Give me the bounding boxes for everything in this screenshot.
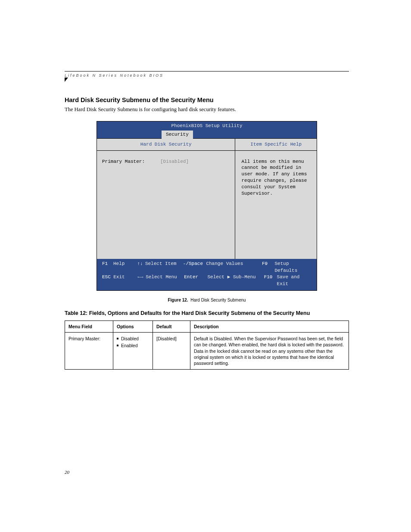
bios-setting-value: [Disabled] bbox=[160, 159, 189, 165]
figure-label: Figure 12. bbox=[168, 298, 188, 302]
footer-action-change-values: Change Values bbox=[206, 261, 262, 274]
options-table: Menu Field Options Default Description P… bbox=[65, 320, 349, 370]
cell-description: Default is Disabled. When the Supervisor… bbox=[190, 333, 349, 370]
footer-label-exit: Exit bbox=[113, 274, 137, 288]
header-triangle-mark bbox=[65, 78, 68, 82]
bios-help-text: All items on this menu cannot be modifie… bbox=[235, 151, 317, 259]
footer-key-enter: Enter bbox=[184, 274, 207, 288]
footer-action-select-submenu: Select ▶ Sub-Menu bbox=[207, 274, 264, 288]
page-number: 20 bbox=[65, 470, 69, 475]
footer-action-save-exit: Save and Exit bbox=[277, 274, 311, 288]
th-options: Options bbox=[113, 321, 153, 333]
footer-action-select-menu: Select Menu bbox=[146, 274, 184, 288]
footer-action-setup-defaults: Setup Defaults bbox=[275, 261, 311, 274]
footer-arrows-leftright: ←→ bbox=[137, 274, 146, 288]
footer-label-help: Help bbox=[113, 261, 137, 274]
footer-action-select-item: Select Item bbox=[145, 261, 183, 274]
footer-key-esc: ESC bbox=[102, 274, 113, 288]
bios-tab-bar: Security bbox=[97, 131, 317, 138]
bios-setting-label: Primary Master: bbox=[102, 159, 160, 165]
option-disabled: Disabled bbox=[117, 336, 149, 342]
bios-right-header: Item Specific Help bbox=[235, 139, 317, 151]
footer-key-f1: F1 bbox=[102, 261, 113, 274]
section-title: Hard Disk Security Submenu of the Securi… bbox=[65, 96, 349, 103]
cell-options: Disabled Enabled bbox=[113, 333, 153, 370]
table-row: Primary Master: Disabled Enabled [Disabl… bbox=[65, 333, 349, 370]
th-default: Default bbox=[153, 321, 190, 333]
figure-caption: Figure 12. Hard Disk Security Submenu bbox=[65, 298, 349, 302]
bios-setting-row: Primary Master: [Disabled] bbox=[102, 159, 230, 165]
th-description: Description bbox=[190, 321, 349, 333]
intro-paragraph: The Hard Disk Security Submenu is for co… bbox=[65, 106, 349, 113]
footer-key-f9: F9 bbox=[262, 261, 275, 274]
footer-key-space: -/Space bbox=[183, 261, 206, 274]
th-menu-field: Menu Field bbox=[65, 321, 113, 333]
bios-footer: F1 Help ↑↓ Select Item -/Space Change Va… bbox=[97, 259, 317, 291]
footer-arrows-updown: ↑↓ bbox=[137, 261, 145, 274]
table-title: Table 12: Fields, Options and Defaults f… bbox=[65, 310, 349, 316]
bios-tab-security: Security bbox=[162, 131, 193, 139]
running-head: LifeBook N Series Notebook BIOS bbox=[65, 71, 349, 78]
figure-caption-text: Hard Disk Security Submenu bbox=[190, 298, 246, 302]
cell-default: [Disabled] bbox=[153, 333, 190, 370]
bios-utility-title: PhoenixBIOS Setup Utility bbox=[97, 121, 317, 131]
cell-field: Primary Master: bbox=[65, 333, 113, 370]
footer-key-f10: F10 bbox=[264, 274, 277, 288]
bios-left-header: Hard Disk Security bbox=[97, 139, 235, 151]
bios-figure: PhoenixBIOS Setup Utility Security Hard … bbox=[97, 121, 317, 291]
option-enabled: Enabled bbox=[117, 342, 149, 348]
